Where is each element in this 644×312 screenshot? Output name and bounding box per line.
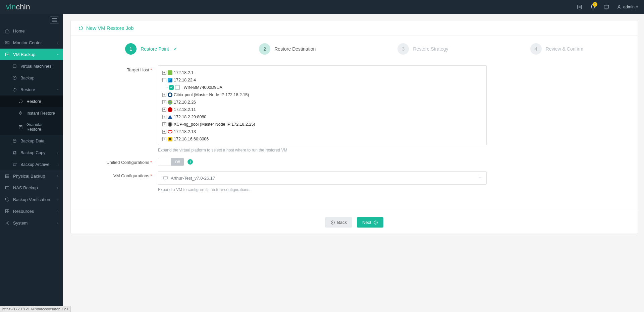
expand-icon[interactable]: + [162, 137, 166, 141]
sidebar-item-home[interactable]: Home [0, 25, 63, 37]
expand-icon[interactable]: + [162, 122, 166, 126]
gear-icon [5, 221, 10, 226]
wizard-panel: New VM Restore Job 1Restore Point✔ 2Rest… [70, 20, 638, 234]
svg-rect-20 [6, 187, 9, 189]
vm-icon: VM [5, 52, 10, 57]
tree-node[interactable]: +Citrix-pool (Master Node IP:172.18.2.15… [162, 91, 482, 99]
plus-icon[interactable]: + [479, 175, 482, 181]
sidebar-item-virtual-machines[interactable]: Virtual Machines [0, 60, 63, 72]
sidebar-item-monitor[interactable]: Monitor Center › [0, 37, 63, 49]
tree-node[interactable]: +172.18.2.11 [162, 106, 482, 113]
back-button[interactable]: Back [325, 217, 352, 228]
sidebar-item-restore[interactable]: Restore› [0, 84, 63, 96]
tree-node[interactable]: +172.18.2.29:8080 [162, 113, 482, 121]
check-icon: ✔ [174, 47, 177, 51]
expand-icon[interactable]: + [162, 130, 166, 134]
sidebar-item-physical[interactable]: Physical Backup› [0, 170, 63, 182]
brand-logo: vinchin [6, 3, 30, 11]
svg-rect-24 [7, 211, 9, 213]
helper-text: Expand a VM to configure its restore con… [158, 187, 487, 192]
tree-node[interactable]: +172.18.2.1 [162, 69, 482, 76]
sidebar-label: Backup [20, 76, 35, 80]
tree-node[interactable]: +172.18.16.60:8006 [162, 135, 482, 143]
chevron-icon: › [57, 163, 58, 166]
server-icon [5, 174, 10, 179]
expand-icon[interactable]: + [162, 108, 166, 112]
tree-node[interactable]: +XCP-ng_pool (Master Node IP:172.18.2.25… [162, 121, 482, 128]
svg-text:VM: VM [6, 54, 9, 56]
screen-icon[interactable] [603, 4, 609, 10]
notification-icon[interactable]: 1 [590, 4, 596, 10]
sidebar-item-granular-restore[interactable]: Granular Restore [0, 119, 63, 135]
sidebar-item-backup-archive[interactable]: Backup Archive› [0, 159, 63, 170]
info-icon[interactable]: i [187, 159, 193, 165]
step-4[interactable]: 4Review & Confirm [530, 43, 583, 55]
step-2[interactable]: 2Restore Destination [259, 43, 316, 55]
sidebar-item-backup[interactable]: Backup [0, 72, 63, 84]
expand-icon[interactable]: + [162, 71, 166, 75]
sidebar-item-vmbackup[interactable]: VM VM Backup › [0, 49, 63, 60]
next-button[interactable]: Next [357, 217, 383, 228]
user-menu[interactable]: admin ▾ [617, 5, 638, 9]
expand-icon[interactable]: + [162, 115, 166, 119]
svg-rect-26 [164, 177, 167, 179]
expand-icon[interactable]: + [162, 93, 166, 97]
svg-rect-22 [7, 210, 9, 211]
instant-icon [18, 111, 23, 116]
monitor-icon [5, 40, 10, 45]
sidebar-item-verification[interactable]: Backup Verification› [0, 194, 63, 205]
brand-part2: chin [16, 3, 30, 11]
sidebar-item-instant-restore[interactable]: Instant Restore [0, 107, 63, 119]
sidebar-item-resources[interactable]: Resources› [0, 205, 63, 217]
tree-node[interactable]: +172.18.2.26 [162, 99, 482, 106]
sidebar-label: Backup Archive [20, 162, 49, 167]
tree-node[interactable]: −172.18.22.4 [162, 76, 482, 84]
vm-small-icon [163, 176, 168, 181]
chevron-icon: › [56, 54, 60, 55]
svg-rect-0 [578, 5, 582, 9]
nas-icon [5, 185, 10, 190]
svg-rect-23 [6, 211, 7, 213]
sidebar-label: Home [13, 28, 25, 34]
svg-point-28 [331, 221, 335, 224]
sidebar-label: Restore [26, 99, 41, 104]
sidebar-label: Resources [13, 209, 34, 214]
sidebar-item-restore-sub[interactable]: Restore [0, 96, 63, 107]
svg-rect-3 [604, 5, 609, 8]
chevron-icon: › [57, 198, 58, 201]
oracle-icon [168, 130, 172, 133]
expand-icon[interactable]: + [162, 100, 166, 104]
tree-node[interactable]: +172.18.2.13 [162, 128, 482, 135]
chevron-icon: › [57, 174, 58, 178]
sidebar-label: System [13, 221, 28, 226]
sidebar-item-backup-copy[interactable]: Backup Copy› [0, 147, 63, 159]
wizard-footer: Back Next [71, 211, 638, 234]
chevron-icon: › [56, 89, 60, 90]
data-icon [12, 138, 17, 143]
tree-node-selected[interactable]: ✔ WIN-BM74000D9UA [169, 84, 482, 91]
unified-toggle[interactable]: Off [158, 158, 184, 166]
step-1[interactable]: 1Restore Point✔ [125, 43, 177, 55]
label-target-host: Target Host* [91, 65, 158, 152]
jobs-icon[interactable] [577, 4, 583, 10]
svg-rect-18 [6, 175, 9, 176]
sidebar-toggle[interactable] [50, 16, 59, 24]
sidebar-item-nas[interactable]: NAS Backup› [0, 182, 63, 194]
sidebar: Home Monitor Center › VM VM Backup › Vir… [0, 14, 63, 312]
step-3[interactable]: 3Restore Strategy [397, 43, 448, 55]
sidebar-label: Monitor Center [13, 40, 42, 45]
vmware-icon [168, 70, 172, 75]
sidebar-label: Backup Copy [20, 150, 45, 155]
panel-title: New VM Restore Job [71, 20, 638, 36]
wizard-steps: 1Restore Point✔ 2Restore Destination 3Re… [71, 36, 638, 58]
vm-configurations-row[interactable]: Arthur-Test_v7.0-26.17 + [158, 171, 487, 185]
svg-rect-9 [13, 65, 16, 68]
sidebar-item-backup-data[interactable]: Backup Data [0, 135, 63, 147]
citrix-icon [168, 92, 172, 97]
svg-rect-21 [6, 210, 7, 211]
checkbox-checked-icon[interactable]: ✔ [169, 85, 174, 90]
host-tree[interactable]: +172.18.2.1 −172.18.22.4 ✔ WIN-BM74000D9… [158, 65, 487, 145]
redhat-icon [168, 107, 172, 112]
sidebar-item-system[interactable]: System› [0, 217, 63, 229]
collapse-icon[interactable]: − [162, 78, 166, 82]
